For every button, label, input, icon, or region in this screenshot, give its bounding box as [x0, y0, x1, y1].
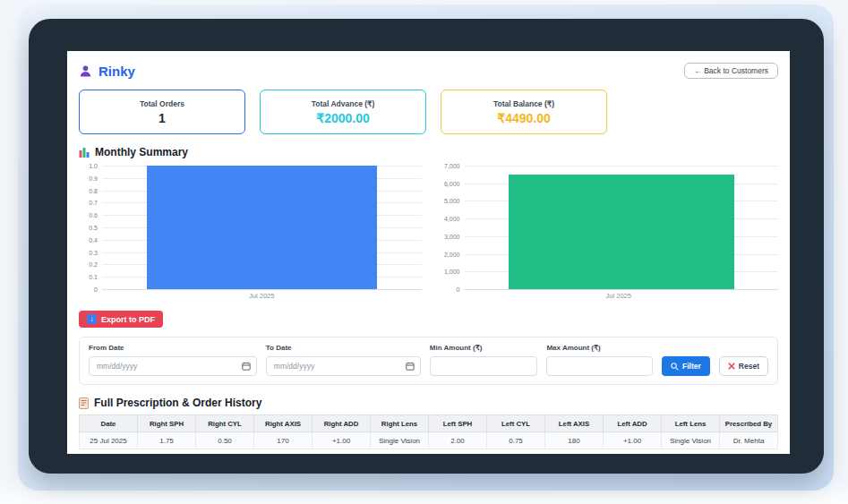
amount-bar-chart: 7,0006,0005,0004,0003,0002,0001,0000 Jul…	[436, 166, 779, 300]
chart-bar	[147, 166, 377, 289]
stat-card: Total Orders1	[79, 90, 245, 134]
table-cell: +1.00	[604, 432, 662, 449]
charts-row: 1.00.90.80.70.60.50.40.30.20.10 Jul 2025…	[79, 166, 778, 300]
column-header: Date	[80, 415, 138, 432]
column-header: Right CYL	[196, 415, 254, 432]
table-cell: Single Vision	[662, 432, 720, 449]
to-date-field: To Date	[266, 344, 421, 376]
reset-button-label: Reset	[739, 362, 759, 371]
clipboard-icon	[79, 397, 89, 409]
search-icon	[671, 363, 679, 371]
column-header: Prescribed By	[720, 415, 778, 432]
table-cell: 2.00	[429, 432, 487, 449]
table-header: DateRight SPHRight CYLRight AXISRight AD…	[80, 415, 778, 432]
filter-field-label: To Date	[266, 344, 421, 352]
prescription-history-table: DateRight SPHRight CYLRight AXISRight AD…	[79, 414, 778, 449]
monthly-summary-title: Monthly Summary	[95, 146, 188, 158]
y-tick-label: 0.3	[89, 249, 98, 255]
y-tick-label: 0.7	[89, 200, 98, 206]
filter-panel: From DateTo DateMin Amount (₹)Max Amount…	[79, 337, 778, 385]
from-date-field: From Date	[89, 344, 257, 376]
y-tick-label: 5,000	[444, 198, 460, 204]
y-tick-label: 0.2	[89, 261, 98, 268]
y-tick-label: 0	[457, 286, 460, 293]
y-tick-label: 0.8	[89, 187, 98, 193]
content-card: Rinky ← Back to Customers Total Orders1T…	[67, 51, 790, 454]
stat-label: Total Advance (₹)	[312, 99, 375, 108]
column-header: Right ADD	[313, 415, 371, 432]
stat-label: Total Orders	[140, 99, 184, 108]
column-header: Right SPH	[138, 415, 196, 432]
table-row: 25 Jul 20251.750.50170+1.00Single Vision…	[80, 432, 778, 449]
filter-button-label: Filter	[682, 362, 701, 371]
reset-button[interactable]: Reset	[719, 356, 768, 376]
column-header: Left AXIS	[545, 415, 604, 432]
x-axis-label: Jul 2025	[436, 292, 779, 300]
stat-value: ₹4490.00	[497, 111, 551, 125]
monthly-summary-header: Monthly Summary	[79, 146, 778, 158]
table-cell: Dr. Mehta	[720, 432, 778, 449]
y-tick-label: 7,000	[444, 163, 460, 169]
table-cell: 180	[545, 432, 604, 449]
bar-chart-icon	[79, 147, 90, 158]
y-tick-label: 0.9	[89, 175, 98, 181]
filter-field-label: From Date	[89, 344, 257, 352]
min-amount-field: Min Amount (₹)	[430, 344, 538, 376]
filter-button[interactable]: Filter	[662, 356, 710, 376]
person-icon	[79, 64, 92, 78]
x-axis-label: Jul 2025	[79, 292, 422, 300]
y-axis: 7,0006,0005,0004,0003,0002,0001,0000	[436, 166, 465, 289]
chart-plot	[465, 166, 779, 289]
history-title: Full Prescription & Order History	[94, 397, 261, 409]
calendar-icon[interactable]	[242, 362, 251, 371]
orders-bar-chart: 1.00.90.80.70.60.50.40.30.20.10 Jul 2025	[79, 166, 422, 300]
stats-row: Total Orders1Total Advance (₹)₹2000.00To…	[79, 90, 778, 134]
y-tick-label: 1.0	[89, 163, 98, 169]
y-tick-label: 3,000	[444, 233, 460, 239]
gridline	[465, 166, 779, 167]
y-tick-label: 2,000	[444, 251, 460, 257]
y-tick-label: 0	[94, 286, 98, 293]
stat-card: Total Balance (₹)₹4490.00	[441, 90, 607, 134]
table-cell: 1.75	[138, 432, 196, 449]
y-tick-label: 0.4	[89, 236, 98, 243]
y-tick-label: 4,000	[444, 216, 460, 222]
stat-card: Total Advance (₹)₹2000.00	[260, 90, 426, 134]
column-header: Right AXIS	[254, 415, 313, 432]
table-cell: +1.00	[313, 432, 371, 449]
filter-field-label: Min Amount (₹)	[430, 344, 538, 352]
header-row: Rinky ← Back to Customers	[79, 60, 778, 81]
export-button-label: Export to PDF	[101, 315, 155, 324]
to-date-input[interactable]	[266, 356, 421, 376]
calendar-icon[interactable]	[406, 362, 415, 371]
y-tick-label: 1,000	[444, 269, 460, 275]
column-header: Right Lens	[371, 415, 429, 432]
y-tick-label: 0.1	[89, 274, 98, 280]
stat-label: Total Balance (₹)	[493, 99, 554, 108]
table-cell: 25 Jul 2025	[80, 432, 138, 449]
min-amount-input[interactable]	[430, 356, 538, 376]
y-axis: 1.00.90.80.70.60.50.40.30.20.10	[79, 166, 102, 289]
column-header: Left CYL	[487, 415, 545, 432]
column-header: Left Lens	[662, 415, 720, 432]
from-date-input[interactable]	[89, 356, 257, 376]
max-amount-field: Max Amount (₹)	[546, 344, 653, 376]
gridline	[102, 289, 422, 290]
column-header: Left ADD	[604, 415, 662, 432]
download-icon: ↓	[87, 314, 97, 324]
stat-value: ₹2000.00	[316, 111, 370, 125]
export-to-pdf-button[interactable]: ↓ Export to PDF	[79, 311, 163, 328]
gridline	[465, 289, 779, 290]
history-header: Full Prescription & Order History	[79, 397, 778, 409]
table-body: 25 Jul 20251.750.50170+1.00Single Vision…	[80, 432, 778, 449]
max-amount-input[interactable]	[546, 356, 653, 376]
y-tick-label: 0.5	[89, 225, 98, 231]
back-to-customers-button[interactable]: ← Back to Customers	[684, 63, 778, 79]
table-cell: 0.50	[196, 432, 254, 449]
customer-name: Rinky	[99, 64, 135, 79]
y-tick-label: 6,000	[444, 180, 460, 186]
y-tick-label: 0.6	[89, 212, 98, 218]
table-cell: 170	[254, 432, 313, 449]
table-cell: 0.75	[487, 432, 545, 449]
chart-bar	[509, 175, 734, 289]
